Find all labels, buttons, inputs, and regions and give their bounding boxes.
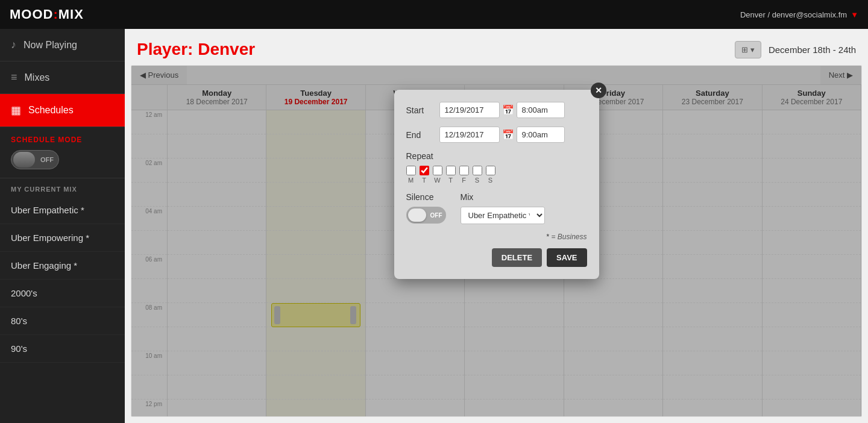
end-row: End 📅 xyxy=(406,127,587,143)
checkbox-t1[interactable] xyxy=(420,166,429,175)
day-label-w: W xyxy=(434,177,440,184)
grid-icon: ⊞ xyxy=(741,45,748,54)
start-date-group: 📅 xyxy=(439,102,565,118)
day-label-t1: T xyxy=(422,177,426,184)
end-date-input[interactable] xyxy=(439,127,500,143)
repeat-days: M T W T xyxy=(406,166,587,184)
mix-item-uber-empowering[interactable]: Uber Empowering * xyxy=(0,224,125,252)
start-label: Start xyxy=(406,105,433,115)
mix-item-90s[interactable]: 90's xyxy=(0,335,125,363)
sidebar: ♪ Now Playing ≡ Mixes ▦ Schedules SCHEDU… xyxy=(0,29,125,423)
sidebar-item-label: Now Playing xyxy=(24,40,77,51)
mix-section: Mix Uber Empathetic * Uber Empowering * … xyxy=(461,192,545,224)
modal-actions: DELETE SAVE xyxy=(406,248,587,267)
checkbox-s1[interactable] xyxy=(473,166,482,175)
list-icon: ≡ xyxy=(11,71,17,84)
day-checkbox-t2: T xyxy=(446,166,456,184)
day-checkbox-s2: S xyxy=(486,166,495,184)
day-label-s2: S xyxy=(488,177,492,184)
content-area: Player: Denver ⊞ ▾ December 18th - 24th … xyxy=(125,29,868,423)
page-title: Player: Denver xyxy=(137,40,255,59)
mix-item-uber-empathetic[interactable]: Uber Empathetic * xyxy=(0,196,125,224)
delete-button[interactable]: DELETE xyxy=(492,248,542,267)
view-toggle-button[interactable]: ⊞ ▾ xyxy=(735,41,761,58)
sidebar-item-label: Schedules xyxy=(28,105,74,116)
modal-close-button[interactable]: ✕ xyxy=(591,83,606,98)
content-header: Player: Denver ⊞ ▾ December 18th - 24th xyxy=(125,29,868,65)
my-current-mix-label: MY CURRENT MIX xyxy=(0,178,125,196)
schedule-modal: ✕ Start 📅 End xyxy=(394,90,599,279)
silence-mix-row: Silence OFF Mix Uber Empathetic * Uber E… xyxy=(406,192,587,224)
silence-label: Silence xyxy=(406,192,446,202)
start-row: Start 📅 xyxy=(406,102,587,118)
schedule-mode-toggle[interactable]: OFF xyxy=(11,150,59,169)
mix-item-2000s[interactable]: 2000's xyxy=(0,280,125,307)
topbar: MOOD:MIX Denver / denver@socialmix.fm ▼ xyxy=(0,0,868,29)
day-checkbox-f: F xyxy=(459,166,469,184)
toggle-off-label: OFF xyxy=(40,156,54,163)
day-label-m: M xyxy=(408,177,414,184)
end-date-group: 📅 xyxy=(439,127,565,143)
calendar-icon: ▦ xyxy=(11,104,21,117)
silence-off-label: OFF xyxy=(430,212,442,219)
mix-item-uber-engaging[interactable]: Uber Engaging * xyxy=(0,252,125,280)
mix-item-80s[interactable]: 80's xyxy=(0,307,125,335)
day-checkbox-m: M xyxy=(406,166,416,184)
user-info-text: Denver / denver@socialmix.fm xyxy=(740,10,847,19)
day-label-s1: S xyxy=(475,177,479,184)
sidebar-item-now-playing[interactable]: ♪ Now Playing xyxy=(0,29,125,61)
repeat-label: Repeat xyxy=(406,151,587,161)
checkbox-f[interactable] xyxy=(459,166,469,175)
start-time-input[interactable] xyxy=(517,102,565,118)
modal-overlay: ✕ Start 📅 End xyxy=(131,66,861,416)
mix-label: Mix xyxy=(461,192,545,202)
end-calendar-icon[interactable]: 📅 xyxy=(502,129,514,140)
repeat-row: Repeat M T W xyxy=(406,151,587,184)
sidebar-item-schedules[interactable]: ▦ Schedules xyxy=(0,94,125,127)
music-icon: ♪ xyxy=(11,39,16,51)
main-layout: ♪ Now Playing ≡ Mixes ▦ Schedules SCHEDU… xyxy=(0,29,868,423)
checkbox-w[interactable] xyxy=(433,166,442,175)
chevron-down-icon: ▾ xyxy=(750,45,755,54)
day-label-f: F xyxy=(462,177,466,184)
silence-knob xyxy=(408,208,426,222)
business-note: * = Business xyxy=(406,233,587,241)
toggle-knob xyxy=(13,152,35,168)
silence-toggle[interactable]: OFF xyxy=(406,207,446,224)
end-label: End xyxy=(406,130,433,140)
header-right: ⊞ ▾ December 18th - 24th xyxy=(735,41,856,58)
user-dropdown-arrow[interactable]: ▼ xyxy=(851,10,858,19)
logo: MOOD:MIX xyxy=(10,7,84,22)
silence-section: Silence OFF xyxy=(406,192,446,224)
calendar-container: ◀ Previous Next ▶ Monday 18 December 201… xyxy=(131,65,862,417)
day-checkbox-s1: S xyxy=(473,166,482,184)
checkbox-m[interactable] xyxy=(406,166,416,175)
end-time-input[interactable] xyxy=(517,127,565,143)
day-checkbox-w: W xyxy=(433,166,442,184)
user-info[interactable]: Denver / denver@socialmix.fm ▼ xyxy=(740,10,858,19)
checkbox-t2[interactable] xyxy=(446,166,456,175)
mix-select[interactable]: Uber Empathetic * Uber Empowering * Uber… xyxy=(461,207,545,224)
start-date-input[interactable] xyxy=(439,102,500,118)
save-button[interactable]: SAVE xyxy=(547,248,587,267)
sidebar-item-mixes[interactable]: ≡ Mixes xyxy=(0,61,125,94)
start-calendar-icon[interactable]: 📅 xyxy=(502,104,514,116)
sidebar-item-label: Mixes xyxy=(25,72,50,83)
day-label-t2: T xyxy=(448,177,453,184)
schedule-mode-label: SCHEDULE MODE xyxy=(11,136,114,144)
checkbox-s2[interactable] xyxy=(486,166,495,175)
date-range: December 18th - 24th xyxy=(769,45,856,55)
day-checkbox-t1: T xyxy=(420,166,429,184)
schedule-mode-section: SCHEDULE MODE OFF xyxy=(0,127,125,178)
